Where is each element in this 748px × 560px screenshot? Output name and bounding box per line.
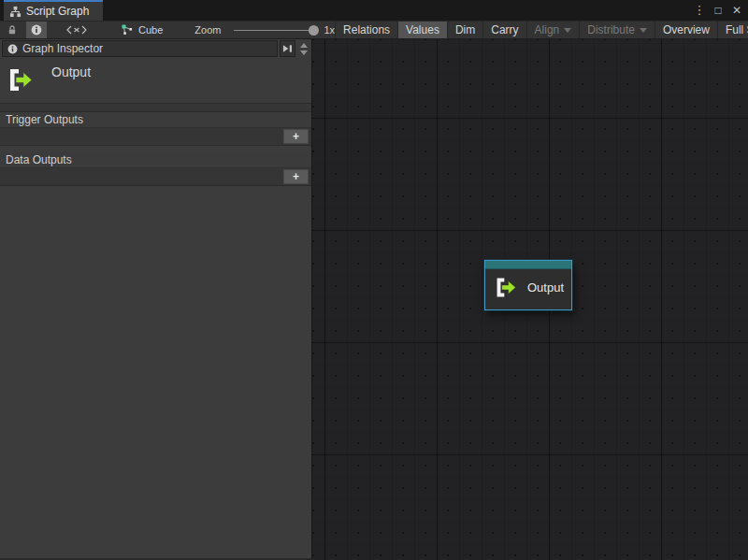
data-outputs-header: Data Outputs bbox=[0, 152, 311, 168]
close-icon[interactable]: ✕ bbox=[729, 3, 744, 18]
output-node-body: Output bbox=[485, 269, 571, 299]
output-node-title: Output bbox=[527, 280, 564, 294]
tab-script-graph[interactable]: Script Graph bbox=[4, 0, 103, 21]
output-node-header[interactable] bbox=[485, 261, 571, 269]
window-menu-icon[interactable]: ⋮ bbox=[692, 3, 707, 18]
inspector-empty-space bbox=[0, 186, 311, 558]
relations-button[interactable]: Relations bbox=[336, 22, 398, 38]
section-gap bbox=[0, 146, 311, 152]
dock-icon bbox=[282, 44, 293, 53]
add-data-output-button[interactable]: + bbox=[283, 169, 309, 184]
toolbar-buttons: Relations Values Dim Carry Align Distrib… bbox=[335, 22, 748, 38]
panel-divider bbox=[0, 104, 311, 112]
data-outputs-list: + bbox=[0, 168, 311, 186]
unit-preview: Output bbox=[0, 57, 311, 104]
lock-icon bbox=[7, 24, 18, 36]
zoom-slider[interactable] bbox=[234, 30, 314, 31]
zoom-label: Zoom bbox=[194, 24, 221, 36]
info-icon bbox=[31, 24, 42, 36]
output-unit-icon bbox=[495, 276, 518, 299]
graph-canvas[interactable]: Output bbox=[312, 39, 748, 560]
scroll-down-icon[interactable] bbox=[300, 50, 308, 55]
lock-button[interactable] bbox=[2, 22, 22, 38]
overview-label: Overview bbox=[663, 23, 710, 36]
graph-target-label: Cube bbox=[138, 24, 163, 36]
scroll-up-icon[interactable] bbox=[300, 43, 308, 48]
inspector-toggle-button[interactable] bbox=[26, 22, 47, 38]
graph-inspector-panel: Graph Inspector bbox=[0, 39, 312, 560]
preview-code-button[interactable] bbox=[62, 22, 92, 38]
zoom-slider-handle[interactable] bbox=[309, 25, 319, 36]
dock-sidebar-button[interactable] bbox=[280, 40, 295, 57]
graph-toolbar: Cube Zoom 1x Relations Values Dim Carry bbox=[0, 21, 748, 39]
zoom-control: Zoom 1x bbox=[194, 22, 335, 38]
trigger-outputs-list: + bbox=[0, 128, 311, 146]
tab-title: Script Graph bbox=[26, 5, 89, 18]
zoom-value: 1x bbox=[324, 24, 335, 36]
window-controls: ⋮ □ ✕ bbox=[692, 0, 748, 21]
main-area: Graph Inspector bbox=[0, 39, 748, 560]
align-button[interactable]: Align bbox=[527, 22, 581, 38]
add-trigger-output-button[interactable]: + bbox=[283, 129, 309, 144]
info-icon bbox=[7, 44, 18, 54]
unit-name: Output bbox=[51, 65, 91, 79]
values-button[interactable]: Values bbox=[398, 22, 448, 38]
carry-label: Carry bbox=[491, 23, 518, 36]
relations-label: Relations bbox=[343, 23, 390, 36]
fullscreen-label: Full Screen bbox=[726, 23, 748, 36]
panel-steppers bbox=[297, 40, 309, 57]
graph-inspector-title-box: Graph Inspector bbox=[2, 40, 278, 57]
carry-button[interactable]: Carry bbox=[483, 22, 526, 38]
output-unit-icon bbox=[7, 66, 35, 93]
distribute-label: Distribute bbox=[587, 23, 635, 36]
graph-target[interactable]: Cube bbox=[122, 22, 163, 38]
script-graph-window: Script Graph ⋮ □ ✕ bbox=[0, 0, 748, 560]
dim-button[interactable]: Dim bbox=[448, 22, 483, 38]
chevron-down-icon bbox=[564, 28, 571, 33]
script-graph-icon bbox=[9, 6, 22, 18]
trigger-outputs-header: Trigger Outputs bbox=[0, 112, 311, 128]
graph-inspector-header: Graph Inspector bbox=[0, 39, 311, 57]
align-label: Align bbox=[535, 23, 560, 36]
distribute-button[interactable]: Distribute bbox=[580, 22, 655, 38]
graph-node-icon bbox=[122, 24, 134, 36]
chevron-down-icon bbox=[640, 28, 647, 33]
output-node[interactable]: Output bbox=[484, 260, 572, 310]
graph-inspector-title: Graph Inspector bbox=[22, 42, 103, 55]
dim-label: Dim bbox=[455, 23, 475, 36]
overview-button[interactable]: Overview bbox=[655, 22, 718, 38]
code-icon bbox=[66, 25, 87, 35]
fullscreen-button[interactable]: Full Screen bbox=[718, 22, 748, 38]
maximize-icon[interactable]: □ bbox=[711, 3, 726, 18]
values-label: Values bbox=[406, 23, 439, 36]
tab-bar: Script Graph ⋮ □ ✕ bbox=[0, 0, 748, 21]
